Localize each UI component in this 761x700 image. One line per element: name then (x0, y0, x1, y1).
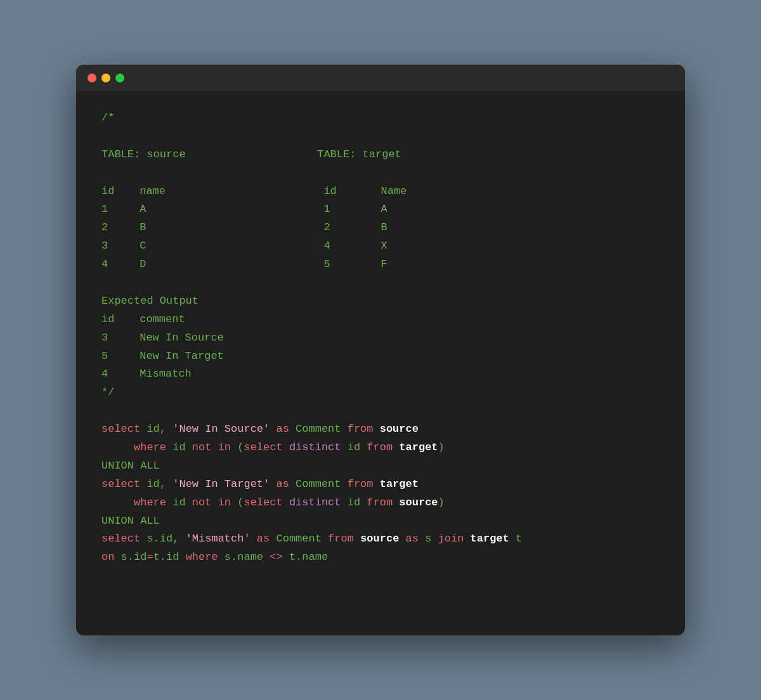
table-headers: TABLE: source TABLE: target (101, 146, 660, 164)
union-all-2: UNION ALL (101, 512, 660, 531)
maximize-button[interactable] (115, 74, 124, 82)
sql-line-3: select id, 'New In Target' as Comment fr… (101, 476, 660, 494)
expected-output-label: Expected Output (101, 292, 660, 311)
sql-line-6: on s.id=t.id where s.name <> t.name (101, 548, 660, 567)
titlebar (76, 65, 685, 91)
data-row-3: 3 C 4 X (101, 237, 660, 256)
blank-line-2 (101, 164, 660, 183)
sql-line-2: where id not in (select distinct id from… (101, 439, 660, 457)
blank-line-3 (101, 274, 660, 292)
sql-line-4: where id not in (select distinct id from… (101, 494, 660, 512)
minimize-button[interactable] (101, 74, 110, 82)
output-row-3: 4 Mismatch (101, 365, 660, 384)
union-all-1: UNION ALL (101, 457, 660, 476)
data-row-2: 2 B 2 B (101, 219, 660, 237)
blank-line-1 (101, 127, 660, 146)
output-row-1: 3 New In Source (101, 329, 660, 347)
output-col-headers: id comment (101, 311, 660, 329)
col-headers: id name id Name (101, 183, 660, 201)
close-button[interactable] (88, 74, 96, 82)
code-editor: /* TABLE: source TABLE: target id name i… (76, 91, 685, 592)
blank-line-4 (101, 402, 660, 420)
comment-open: /* (101, 109, 660, 127)
sql-line-5: select s.id, 'Mismatch' as Comment from … (101, 530, 660, 548)
data-row-4: 4 D 5 F (101, 256, 660, 274)
sql-line-1: select id, 'New In Source' as Comment fr… (101, 420, 660, 439)
comment-close: */ (101, 384, 660, 402)
output-row-2: 5 New In Target (101, 347, 660, 366)
data-row-1: 1 A 1 A (101, 200, 660, 219)
code-window: /* TABLE: source TABLE: target id name i… (76, 65, 685, 635)
